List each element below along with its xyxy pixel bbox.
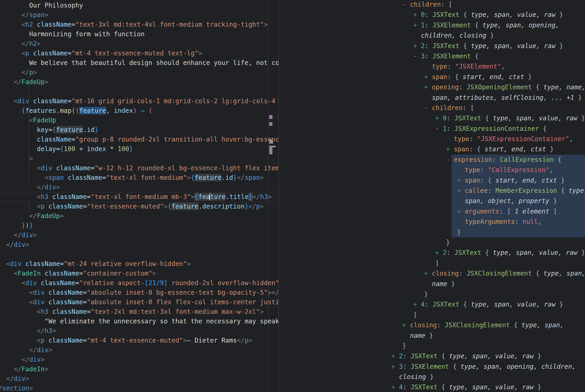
code-line[interactable]: /section> <box>0 384 278 392</box>
ast-line[interactable]: + 2: JSXText { type, span, value, raw } <box>279 41 585 51</box>
code-line[interactable]: <div className="mt-16 grid grid-cols-1 m… <box>0 96 278 106</box>
code-line[interactable]: <p className="mt-4 text-essence-muted">—… <box>0 336 278 345</box>
expand-node-icon[interactable]: + <box>457 187 465 194</box>
expand-node-icon[interactable]: + <box>413 11 421 18</box>
ast-line[interactable]: + span: { start, end, ctxt } <box>279 144 585 154</box>
ast-line[interactable]: } <box>279 289 585 299</box>
ast-line[interactable]: ] <box>279 310 585 320</box>
code-line[interactable]: ))} <box>0 221 278 230</box>
code-line[interactable]: </div> <box>0 230 278 240</box>
expand-node-icon[interactable]: + <box>457 177 465 184</box>
code-line[interactable]: <div className="absolute inset-0 bg-esse… <box>0 288 278 298</box>
ast-tree-panel[interactable]: - children: [+ 0: JSXText { type, span, … <box>278 0 585 392</box>
expand-node-icon[interactable]: + <box>435 249 443 256</box>
code-line[interactable]: <p className="text-essence-muted">{featu… <box>0 202 278 211</box>
code-line[interactable]: </h3> <box>0 326 278 336</box>
ast-line[interactable]: - children: [ <box>279 103 585 113</box>
expand-node-icon[interactable]: + <box>435 114 443 122</box>
ast-line[interactable]: + 2: JSXText { type, span, value, raw } <box>279 248 585 258</box>
code-line[interactable]: </div> <box>0 374 278 384</box>
ast-line[interactable]: type: "CallExpression", <box>279 165 585 175</box>
code-line[interactable]: We believe that beautiful design should … <box>0 58 278 68</box>
collapse-node-icon[interactable]: - <box>446 156 454 164</box>
code-line[interactable]: </h2> <box>0 39 278 48</box>
code-line[interactable]: </FadeUp> <box>0 211 278 221</box>
code-line[interactable]: </FadeIn> <box>0 364 278 374</box>
code-line[interactable]: "We eliminate the unnecessary so that th… <box>0 316 278 326</box>
code-line[interactable]: <div className="absolute inset-0 flex fl… <box>0 298 278 307</box>
expand-node-icon[interactable]: + <box>424 270 432 277</box>
collapse-node-icon[interactable]: - <box>402 1 410 8</box>
code-line[interactable]: Harmonizing form with function <box>0 30 278 39</box>
code-line[interactable]: className="group p-8 rounded-2xl transit… <box>0 135 278 144</box>
code-line[interactable]: </div> <box>0 345 278 355</box>
expand-node-icon[interactable]: + <box>424 84 432 91</box>
ast-line[interactable]: + closing: JSXClosingElement { type, spa… <box>279 268 585 278</box>
ast-line[interactable]: + closing: JSXClosingElement { type, spa… <box>279 320 585 330</box>
ast-line[interactable]: + 2: JSXText { type, span, value, raw } <box>279 351 585 361</box>
ast-line[interactable]: - 3: JSXElement { <box>279 51 585 61</box>
ast-line[interactable]: name } <box>279 330 585 341</box>
ast-line[interactable]: - children: [ <box>279 0 585 10</box>
code-line[interactable]: </p> <box>0 68 278 77</box>
ast-line[interactable]: ] <box>279 258 585 268</box>
code-line[interactable]: <FadeUp <box>0 116 278 125</box>
ast-line[interactable]: + 3: JSXElement { type, span, opening, c… <box>279 362 585 372</box>
code-line[interactable]: delay={100 + index * 100} <box>0 144 278 154</box>
ast-line[interactable]: type: "JSXElement", <box>279 61 585 72</box>
ast-line[interactable]: span, attributes, selfClosing, ... +1 } <box>279 92 585 103</box>
ast-line[interactable]: } <box>279 341 585 351</box>
ast-line[interactable]: + 4: JSXText { type, span, value, raw } <box>279 299 585 310</box>
code-line[interactable]: </span> <box>0 10 278 20</box>
expand-node-icon[interactable]: + <box>391 363 399 370</box>
ast-line[interactable]: span, object, property } <box>279 196 585 206</box>
ast-line[interactable]: name } <box>279 279 585 289</box>
collapse-node-icon[interactable]: - <box>424 104 432 112</box>
expand-node-icon[interactable]: + <box>457 208 465 215</box>
code-editor-pane[interactable]: Our Philosophy </span> <h2 className="te… <box>0 0 278 392</box>
code-line[interactable]: Our Philosophy <box>0 1 278 10</box>
ast-line[interactable]: + 0: JSXText { type, span, value, raw } <box>279 10 585 20</box>
expand-node-icon[interactable]: + <box>413 22 421 29</box>
ast-line[interactable]: } <box>279 237 585 248</box>
code-line[interactable]: </div> <box>0 240 278 250</box>
code-line[interactable]: </div> <box>0 182 278 192</box>
code-line[interactable]: <span className="text-xl font-medium">{f… <box>0 173 278 182</box>
expand-node-icon[interactable]: + <box>446 146 454 153</box>
code-line[interactable]: <h2 className="text-3xl md:text-4xl font… <box>0 20 278 30</box>
ast-line[interactable]: + span: { start, end, ctxt } <box>279 175 585 186</box>
code-line[interactable]: <div className="w-12 h-12 rounded-xl bg-… <box>0 164 278 173</box>
code-line[interactable]: <FadeIn className="container-custom"> <box>0 269 278 278</box>
ast-line[interactable]: closing } <box>279 372 585 382</box>
expand-node-icon[interactable]: + <box>402 321 410 329</box>
ast-line[interactable]: + opening: JSXOpeningElement { type, nam… <box>279 82 585 92</box>
code-line[interactable]: key={feature.id} <box>0 125 278 135</box>
collapse-node-icon[interactable]: - <box>413 52 421 60</box>
code-line[interactable]: {features.map((feature, index) ⇒ ( <box>0 106 278 116</box>
code-line[interactable]: <div className="relative aspect-[21/9] r… <box>0 278 278 288</box>
code-line[interactable]: </div> <box>0 355 278 364</box>
ast-line[interactable]: typeArguments: null, <box>279 216 585 227</box>
code-line[interactable]: </FadeUp> <box>0 77 278 87</box>
collapse-node-icon[interactable]: - <box>435 125 443 132</box>
ast-line[interactable]: children, closing } <box>279 30 585 40</box>
code-line[interactable]: <div className="mt-24 relative overflow-… <box>0 259 278 269</box>
expand-node-icon[interactable]: + <box>391 383 399 391</box>
code-line[interactable]: <h3 className="text-xl font-medium mb-3"… <box>0 192 278 202</box>
ast-line[interactable]: + span: { start, end, ctxt } <box>279 72 585 82</box>
ast-line[interactable]: type: "JSXExpressionContainer", <box>279 134 585 144</box>
expand-node-icon[interactable]: + <box>413 42 421 50</box>
ast-line[interactable]: + callee: MemberExpression { type, <box>279 186 585 196</box>
expand-node-icon[interactable]: + <box>391 352 399 360</box>
ast-line[interactable]: - 1: JSXExpressionContainer { <box>279 124 585 134</box>
code-line[interactable]: > <box>0 154 278 164</box>
ast-line[interactable]: + 1: JSXElement { type, span, opening, <box>279 20 585 30</box>
ast-line[interactable]: } <box>279 227 585 237</box>
code-line[interactable]: <p className="mt-4 text-essence-muted te… <box>0 48 278 58</box>
code-line[interactable] <box>0 87 278 96</box>
ast-line[interactable]: + 4: JSXText { type, span, value, raw } <box>279 382 585 392</box>
ast-line[interactable]: - expression: CallExpression { <box>279 154 585 165</box>
code-line[interactable] <box>0 250 278 259</box>
ast-line[interactable]: + 0: JSXText { type, span, value, raw } <box>279 113 585 123</box>
ast-line[interactable]: + arguments: [ 1 element ] <box>279 206 585 216</box>
